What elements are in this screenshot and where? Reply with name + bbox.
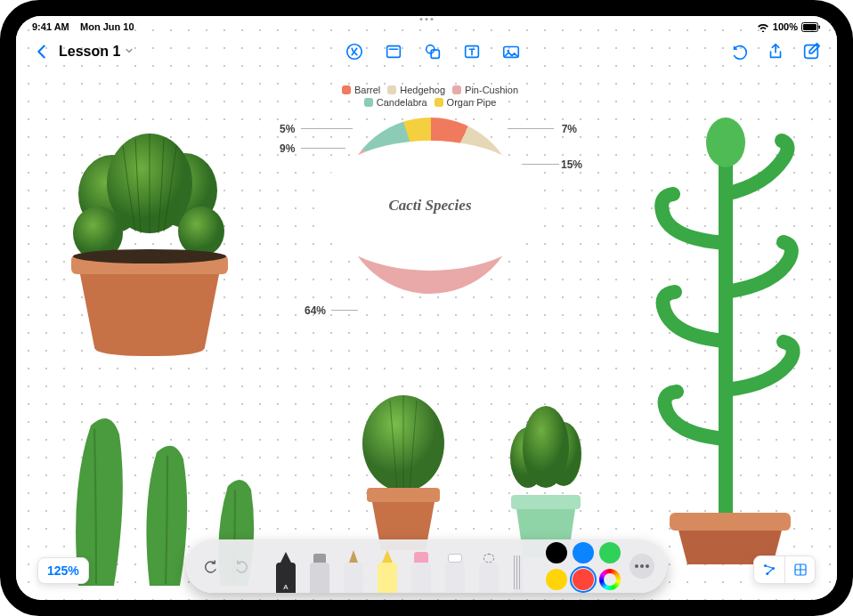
marker-tool[interactable]: [306, 547, 333, 593]
svg-point-19: [706, 118, 745, 167]
pct-candelabra: 9%: [280, 142, 295, 155]
status-left: 9:41 AM Mon Jun 10: [32, 21, 134, 32]
pct-hedgehog: 15%: [561, 158, 582, 171]
media-button[interactable]: [501, 42, 521, 61]
status-date: Mon Jun 10: [80, 21, 134, 32]
legend-barrel: Barrel: [354, 84, 380, 96]
svg-point-18: [73, 249, 226, 263]
svg-rect-4: [386, 46, 400, 58]
screen: 9:41 AM Mon Jun 10 100%: [16, 16, 837, 600]
undo-button[interactable]: [730, 42, 750, 61]
legend-pincushion: Pin-Cushion: [465, 84, 518, 96]
pencil-tool[interactable]: [340, 547, 367, 593]
text-box-button[interactable]: [462, 42, 482, 61]
legend-hedgehog: Hedgehog: [400, 84, 445, 96]
svg-rect-22: [367, 488, 440, 502]
pct-organpipe: 5%: [280, 123, 295, 135]
battery-icon: [801, 22, 821, 32]
color-yellow[interactable]: [546, 569, 567, 590]
svg-point-28: [640, 564, 644, 568]
drawing-toolbar: A: [186, 539, 667, 593]
wifi-icon: [757, 22, 769, 32]
svg-rect-2: [819, 25, 821, 28]
crayon-tool[interactable]: [374, 547, 401, 593]
legend-organpipe: Organ Pipe: [447, 96, 497, 109]
shapes-button[interactable]: [423, 42, 443, 61]
selection-tool[interactable]: [475, 547, 502, 593]
view-controls: [753, 555, 816, 584]
zoom-level[interactable]: 125%: [37, 557, 89, 584]
svg-point-10: [507, 50, 509, 53]
cactus-photo-barrel[interactable]: [52, 114, 248, 363]
svg-rect-20: [670, 513, 791, 531]
pct-pincushion: 64%: [305, 304, 326, 317]
status-time: 9:41 AM: [32, 21, 69, 32]
svg-point-16: [178, 207, 224, 256]
color-black[interactable]: [546, 542, 567, 563]
ipad-frame: 9:41 AM Mon Jun 10 100%: [0, 0, 853, 616]
svg-point-7: [426, 45, 434, 53]
chart-title: Cacti Species: [315, 141, 545, 271]
tray-undo-button[interactable]: [199, 555, 222, 578]
svg-point-29: [646, 564, 649, 568]
svg-rect-6: [431, 50, 439, 58]
zoom-value: 125%: [47, 563, 79, 578]
back-button[interactable]: [32, 42, 52, 61]
grid-toggle-button[interactable]: [784, 556, 815, 583]
donut-chart[interactable]: Barrel Hedgehog Pin-Cushion Candelabra O…: [292, 84, 568, 377]
board-title-text: Lesson 1: [59, 44, 120, 60]
svg-rect-1: [803, 24, 816, 30]
eraser-tool[interactable]: [442, 547, 468, 593]
navigator-button[interactable]: [754, 556, 784, 583]
legend-candelabra: Candelabra: [377, 96, 427, 109]
draw-tool-button[interactable]: [345, 42, 364, 61]
color-palette: [546, 542, 621, 590]
pct-barrel: 7%: [562, 123, 577, 135]
ruler-tool[interactable]: [509, 547, 527, 593]
tray-redo-button[interactable]: [231, 555, 254, 578]
color-blue[interactable]: [573, 542, 594, 563]
chevron-down-icon: [124, 44, 134, 60]
battery-percent: 100%: [773, 21, 798, 32]
sticky-note-button[interactable]: [384, 42, 403, 61]
svg-rect-11: [805, 45, 818, 59]
color-picker[interactable]: [599, 569, 621, 590]
share-button[interactable]: [766, 42, 785, 61]
board-title[interactable]: Lesson 1: [59, 44, 134, 60]
color-red[interactable]: [573, 569, 594, 590]
fill-tool[interactable]: [408, 547, 435, 593]
multitask-indicator[interactable]: [420, 18, 434, 20]
cactus-photo-small-1[interactable]: [337, 381, 470, 559]
cactus-drawing-tall[interactable]: [632, 96, 819, 568]
app-toolbar: Lesson 1: [16, 36, 837, 68]
compose-button[interactable]: [801, 42, 821, 61]
freeform-canvas[interactable]: Barrel Hedgehog Pin-Cushion Candelabra O…: [16, 16, 837, 600]
more-button[interactable]: [630, 554, 654, 579]
svg-rect-26: [511, 495, 581, 509]
drawing-tools: A: [263, 539, 537, 593]
color-green[interactable]: [599, 542, 621, 563]
pen-tool[interactable]: A: [272, 547, 299, 593]
status-right: 100%: [757, 21, 821, 32]
svg-point-27: [635, 564, 638, 568]
chart-legend: Barrel Hedgehog Pin-Cushion Candelabra O…: [292, 84, 568, 109]
svg-point-25: [523, 406, 569, 488]
